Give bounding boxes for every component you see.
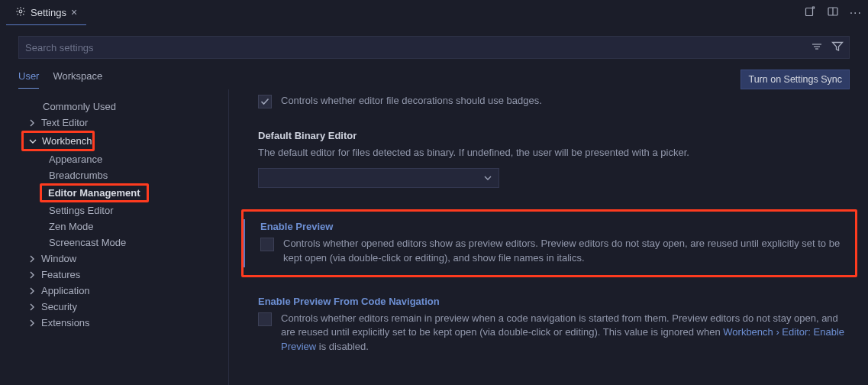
sidebar-item-workbench[interactable]: Workbench (24, 133, 92, 149)
sidebar-item-security[interactable]: Security (0, 299, 228, 315)
settings-content: Controls whether editor file decorations… (229, 89, 868, 385)
gear-icon (15, 6, 26, 19)
sidebar-item-appearance[interactable]: Appearance (0, 151, 228, 167)
sidebar-item-editor-management[interactable]: Editor Management (42, 186, 147, 200)
select-default-binary-editor[interactable] (258, 168, 499, 188)
more-icon[interactable]: ··· (850, 6, 862, 20)
desc-part-2: is disabled. (316, 341, 369, 352)
search-input[interactable] (18, 36, 850, 59)
setting-decorations-badges: Controls whether editor file decorations… (258, 94, 853, 108)
filter-icon[interactable] (831, 41, 844, 54)
setting-desc: Controls whether opened editors show as … (283, 237, 846, 266)
sidebar-item-screencast-mode[interactable]: Screencast Mode (0, 235, 228, 251)
search-wrap (18, 36, 850, 59)
settings-header: User Workspace Turn on Settings Sync (0, 25, 868, 89)
title-bar: Settings × ··· (0, 0, 868, 25)
svg-rect-1 (805, 8, 812, 16)
highlight-enable-preview: Enable Preview Controls whether opened e… (241, 209, 857, 277)
clear-input-icon[interactable] (812, 42, 824, 53)
chevron-right-icon (27, 254, 37, 264)
chevron-right-icon (27, 319, 37, 328)
chevron-down-icon (483, 174, 492, 182)
highlight-editor-management: Editor Management (40, 183, 149, 202)
sidebar-item-application[interactable]: Application (0, 283, 228, 299)
checkbox-enable-preview[interactable] (260, 238, 274, 251)
scope-tab-workspace[interactable]: Workspace (53, 70, 102, 89)
turn-on-sync-button[interactable]: Turn on Settings Sync (741, 70, 850, 89)
setting-desc: Controls whether editor file decorations… (281, 94, 542, 108)
sidebar-item-label: Features (41, 269, 80, 280)
tab-label: Settings (31, 7, 66, 18)
checkbox-decorations-badges[interactable] (258, 95, 272, 108)
setting-desc: The default editor for files detected as… (258, 146, 853, 160)
sidebar-item-text-editor[interactable]: Text Editor (0, 115, 228, 131)
sidebar-item-commonly-used[interactable]: Commonly Used (0, 99, 228, 115)
setting-title: Default Binary Editor (258, 130, 853, 141)
chevron-right-icon (27, 286, 37, 296)
sidebar-item-settings-editor[interactable]: Settings Editor (0, 202, 228, 218)
setting-title: Enable Preview (260, 221, 846, 232)
titlebar-actions: ··· (804, 5, 862, 20)
sidebar-item-label: Workbench (42, 135, 92, 147)
tab-strip: Settings × (6, 0, 86, 25)
settings-sidebar: Commonly Used Text Editor Workbench Appe… (0, 89, 229, 385)
split-editor-icon[interactable] (827, 5, 839, 20)
scope-tabs: User Workspace (18, 70, 102, 89)
scope-tab-user[interactable]: User (18, 70, 39, 89)
sidebar-item-window[interactable]: Window (0, 251, 228, 267)
sidebar-item-label: Application (41, 285, 90, 296)
open-changes-icon[interactable] (804, 5, 816, 20)
sidebar-item-label: Extensions (41, 317, 90, 328)
setting-default-binary-editor: Default Binary Editor The default editor… (258, 130, 853, 188)
highlight-workbench: Workbench (21, 131, 95, 151)
search-actions (812, 41, 844, 54)
main-area: Commonly Used Text Editor Workbench Appe… (0, 89, 868, 385)
checkbox-enable-preview-nav[interactable] (258, 312, 272, 326)
close-icon[interactable]: × (71, 6, 77, 18)
sidebar-item-breadcrumbs[interactable]: Breadcrumbs (0, 167, 228, 183)
setting-enable-preview-from-code-nav: Enable Preview From Code Navigation Cont… (258, 296, 853, 355)
sidebar-item-extensions[interactable]: Extensions (0, 315, 228, 331)
setting-title: Enable Preview From Code Navigation (258, 296, 853, 307)
sidebar-item-label: Window (41, 253, 76, 264)
sidebar-item-label: Security (41, 301, 77, 312)
chevron-right-icon (27, 302, 37, 312)
setting-desc: Controls whether editors remain in previ… (281, 312, 853, 355)
tab-settings[interactable]: Settings × (6, 0, 86, 25)
sidebar-item-label: Text Editor (41, 117, 88, 128)
sidebar-item-features[interactable]: Features (0, 267, 228, 283)
svg-point-0 (19, 10, 22, 13)
chevron-down-icon (28, 137, 37, 146)
scope-row: User Workspace Turn on Settings Sync (18, 70, 850, 89)
chevron-right-icon (27, 270, 37, 280)
setting-enable-preview: Enable Preview Controls whether opened e… (244, 219, 846, 267)
sidebar-item-zen-mode[interactable]: Zen Mode (0, 218, 228, 235)
chevron-right-icon (27, 118, 37, 128)
